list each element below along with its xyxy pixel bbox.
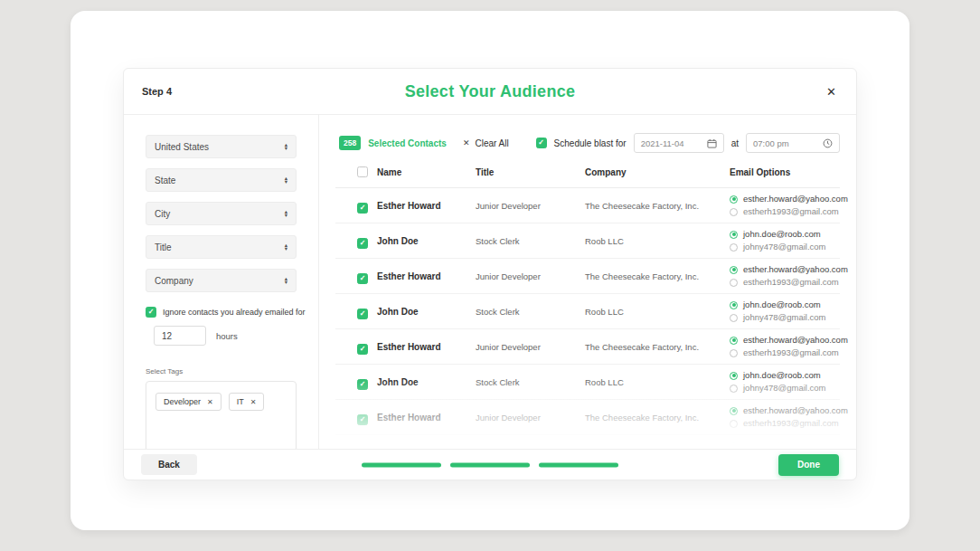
clear-all-button[interactable]: ✕ Clear All bbox=[463, 138, 509, 148]
select-value: Company bbox=[155, 276, 193, 286]
page-title: Select Your Audience bbox=[124, 82, 856, 101]
contact-title: Stock Clerk bbox=[476, 377, 585, 387]
filter-select[interactable]: State ▴▾ bbox=[146, 168, 297, 192]
email-address: esther.howard@yahoo.com bbox=[743, 264, 848, 275]
selected-count-badge: 258 bbox=[339, 136, 361, 150]
radio-icon bbox=[730, 442, 738, 450]
email-option[interactable]: johny478@gmail.com bbox=[730, 312, 840, 323]
contact-title: Stock Clerk bbox=[476, 236, 585, 246]
table-row: ✓ Esther Howard Junior Developer The Che… bbox=[335, 329, 840, 365]
radio-icon bbox=[730, 266, 738, 274]
radio-icon bbox=[730, 279, 738, 287]
email-option[interactable]: johny478@gmail.com bbox=[730, 242, 840, 252]
table-header-row: Name Title Company Email Options bbox=[335, 157, 840, 188]
clock-icon bbox=[823, 138, 833, 148]
radio-icon bbox=[730, 231, 738, 239]
progress-bar bbox=[539, 462, 618, 467]
ignore-checkbox[interactable]: ✓ bbox=[146, 307, 156, 318]
close-icon[interactable]: ✕ bbox=[826, 85, 836, 99]
selection-summary: 258 Selected Contacts ✕ Clear All bbox=[335, 136, 509, 150]
tag-label: IT bbox=[237, 397, 244, 406]
clear-all-icon: ✕ bbox=[463, 138, 470, 147]
email-address: johny478@gmail.com bbox=[743, 242, 826, 252]
hours-input[interactable] bbox=[154, 326, 206, 346]
contact-company: The Cheesecake Factory, Inc. bbox=[585, 271, 730, 281]
email-option[interactable]: esther.howard@yahoo.com bbox=[730, 405, 848, 416]
radio-icon bbox=[730, 372, 738, 380]
contacts-panel: 258 Selected Contacts ✕ Clear All ✓ Sche… bbox=[319, 115, 856, 449]
filter-select[interactable]: Title ▴▾ bbox=[146, 235, 297, 259]
header-email-options: Email Options bbox=[730, 167, 840, 177]
select-value: State bbox=[155, 176, 175, 185]
modal-footer: Back Done bbox=[124, 449, 856, 480]
select-all-checkbox[interactable] bbox=[357, 166, 368, 177]
email-address: johny478@gmail.com bbox=[743, 312, 826, 323]
select-value: United States bbox=[155, 142, 209, 152]
email-option[interactable]: john.doe@roob.com bbox=[730, 229, 840, 240]
contact-name: Esther Howard bbox=[377, 413, 476, 423]
row-checkbox[interactable]: ✓ bbox=[357, 273, 368, 284]
email-option[interactable]: esther.howard@yahoo.com bbox=[730, 194, 848, 204]
email-option[interactable]: johny478@gmail.com bbox=[730, 383, 840, 394]
radio-icon bbox=[730, 337, 738, 345]
radio-icon bbox=[730, 385, 738, 393]
back-button[interactable]: Back bbox=[141, 454, 197, 475]
email-address: john.doe@roob.com bbox=[743, 370, 821, 381]
contact-title: Junior Developer bbox=[476, 201, 585, 211]
at-label: at bbox=[731, 138, 739, 148]
row-checkbox[interactable]: ✓ bbox=[357, 203, 368, 214]
ignore-emailed-row: ✓ Ignore contacts you already emailed fo… bbox=[146, 307, 297, 318]
contact-company: The Cheesecake Factory, Inc. bbox=[585, 342, 730, 352]
contact-company: The Cheesecake Factory, Inc. bbox=[585, 413, 730, 423]
contact-company: Roob LLC bbox=[585, 377, 730, 387]
select-stepper-icon: ▴▾ bbox=[285, 143, 287, 151]
filter-select[interactable]: United States ▴▾ bbox=[146, 135, 297, 158]
filters-panel: United States ▴▾ State ▴▾ City ▴▾ T bbox=[124, 115, 319, 449]
contact-title: Stock Clerk bbox=[476, 307, 585, 317]
row-checkbox[interactable]: ✓ bbox=[357, 238, 368, 249]
email-option[interactable]: estherh1993@gmail.com bbox=[730, 206, 848, 217]
email-address: estherh1993@gmail.com bbox=[743, 347, 839, 358]
radio-icon bbox=[730, 349, 738, 357]
hours-row: hours bbox=[154, 326, 297, 346]
row-checkbox[interactable]: ✓ bbox=[357, 379, 368, 390]
schedule-checkbox[interactable]: ✓ bbox=[536, 138, 547, 148]
email-address: estherh1993@gmail.com bbox=[743, 206, 839, 217]
email-option[interactable]: estherh1993@gmail.com bbox=[730, 347, 848, 358]
clear-all-label: Clear All bbox=[475, 138, 508, 148]
email-address: john.doe@roob.com bbox=[743, 441, 821, 449]
contact-title: Junior Developer bbox=[476, 271, 585, 281]
tag-label: Developer bbox=[164, 397, 201, 406]
email-option[interactable]: estherh1993@gmail.com bbox=[730, 418, 848, 429]
tag-chip[interactable]: Developer ✕ bbox=[155, 393, 221, 411]
radio-icon bbox=[730, 243, 738, 252]
tag-remove-icon[interactable]: ✕ bbox=[207, 398, 213, 406]
email-option[interactable]: estherh1993@gmail.com bbox=[730, 277, 848, 288]
contact-company: The Cheesecake Factory, Inc. bbox=[585, 201, 730, 211]
table-row: ✓ John Doe Stock Clerk Roob LLC john.doe… bbox=[335, 435, 840, 449]
tag-remove-icon[interactable]: ✕ bbox=[250, 398, 257, 406]
radio-icon bbox=[730, 407, 738, 415]
filter-select[interactable]: City ▴▾ bbox=[146, 202, 297, 225]
header-company: Company bbox=[585, 167, 730, 177]
email-address: john.doe@roob.com bbox=[743, 299, 821, 310]
radio-icon bbox=[730, 208, 738, 216]
row-checkbox[interactable]: ✓ bbox=[357, 309, 368, 319]
tag-chip[interactable]: IT ✕ bbox=[229, 393, 265, 411]
row-checkbox[interactable]: ✓ bbox=[357, 414, 368, 425]
date-input[interactable]: 2021-11-04 bbox=[634, 133, 724, 153]
contact-name: John Doe bbox=[377, 307, 476, 317]
table-row: ✓ John Doe Stock Clerk Roob LLC john.doe… bbox=[335, 223, 840, 259]
time-input[interactable]: 07:00 pm bbox=[746, 133, 840, 153]
tags-box: Developer ✕ IT ✕ bbox=[146, 381, 297, 449]
row-checkbox[interactable]: ✓ bbox=[357, 344, 368, 355]
app-window: Step 4 Select Your Audience ✕ United Sta… bbox=[71, 11, 909, 530]
email-option[interactable]: john.doe@roob.com bbox=[730, 441, 840, 449]
email-option[interactable]: john.doe@roob.com bbox=[730, 299, 840, 310]
email-option[interactable]: esther.howard@yahoo.com bbox=[730, 335, 848, 346]
email-option[interactable]: john.doe@roob.com bbox=[730, 370, 840, 381]
filter-select[interactable]: Company ▴▾ bbox=[146, 269, 297, 292]
done-button[interactable]: Done bbox=[778, 454, 839, 476]
email-option[interactable]: esther.howard@yahoo.com bbox=[730, 264, 848, 275]
table-row: ✓ John Doe Stock Clerk Roob LLC john.doe… bbox=[335, 365, 840, 400]
